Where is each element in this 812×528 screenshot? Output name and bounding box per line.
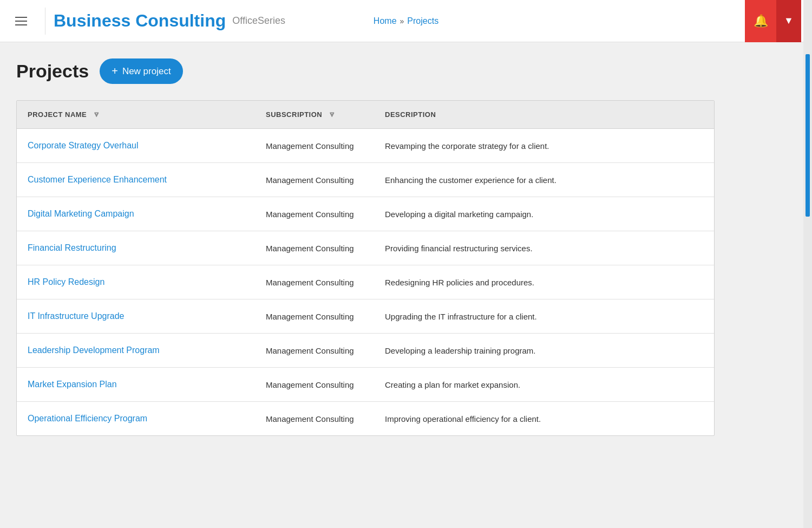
project-name-link[interactable]: Leadership Development Program — [28, 346, 160, 355]
project-name-link[interactable]: Market Expansion Plan — [28, 380, 117, 389]
description-cell: Redesigning HR policies and procedures. — [374, 265, 714, 299]
header-divider — [45, 8, 45, 35]
col-description: DESCRIPTION — [374, 101, 714, 129]
project-name-link[interactable]: Operational Efficiency Program — [28, 414, 147, 423]
subscription-cell: Management Consulting — [255, 334, 374, 368]
table-row: Operational Efficiency ProgramManagement… — [17, 402, 714, 436]
user-dropdown-button[interactable]: ▼ — [776, 0, 801, 42]
bell-button[interactable]: 🔔 — [745, 0, 776, 42]
table-row: Market Expansion PlanManagement Consulti… — [17, 368, 714, 402]
project-name-cell: Digital Marketing Campaign — [17, 197, 255, 231]
subscription-cell: Management Consulting — [255, 402, 374, 436]
subscription-cell: Management Consulting — [255, 129, 374, 163]
project-name-link[interactable]: IT Infrastructure Upgrade — [28, 311, 124, 321]
project-name-filter-icon[interactable]: ⛛ — [93, 110, 101, 119]
project-name-link[interactable]: Digital Marketing Campaign — [28, 209, 134, 218]
project-name-cell: HR Policy Redesign — [17, 265, 255, 299]
project-name-cell: Market Expansion Plan — [17, 368, 255, 402]
subscription-cell: Management Consulting — [255, 265, 374, 299]
app-title: Business Consulting — [54, 11, 226, 31]
project-name-cell: Corporate Strategy Overhaul — [17, 129, 255, 163]
table-row: Financial RestructuringManagement Consul… — [17, 231, 714, 265]
breadcrumb-separator: » — [400, 17, 404, 25]
table-row: Customer Experience EnhancementManagemen… — [17, 163, 714, 197]
description-cell: Creating a plan for market expansion. — [374, 368, 714, 402]
subscription-cell: Management Consulting — [255, 163, 374, 197]
description-cell: Improving operational efficiency for a c… — [374, 402, 714, 436]
subscription-filter-icon[interactable]: ⛛ — [329, 110, 336, 119]
col-subscription: SUBSCRIPTION ⛛ — [255, 101, 374, 129]
new-project-button[interactable]: + New project — [100, 58, 182, 84]
table-row: HR Policy RedesignManagement ConsultingR… — [17, 265, 714, 299]
project-name-link[interactable]: HR Policy Redesign — [28, 277, 104, 286]
project-name-cell: Leadership Development Program — [17, 334, 255, 368]
page-title: Projects — [16, 61, 89, 82]
main-content: Projects + New project PROJECT NAME ⛛ SU… — [0, 42, 812, 452]
project-name-cell: Financial Restructuring — [17, 231, 255, 265]
bell-icon: 🔔 — [754, 14, 768, 28]
table-row: Corporate Strategy OverhaulManagement Co… — [17, 129, 714, 163]
hamburger-button[interactable] — [11, 12, 31, 30]
col-project-name: PROJECT NAME ⛛ — [17, 101, 255, 129]
description-cell: Providing financial restructuring servic… — [374, 231, 714, 265]
project-name-cell: Customer Experience Enhancement — [17, 163, 255, 197]
description-cell: Revamping the corporate strategy for a c… — [374, 129, 714, 163]
project-name-link[interactable]: Financial Restructuring — [28, 243, 116, 252]
table-row: Leadership Development ProgramManagement… — [17, 334, 714, 368]
page-header: Projects + New project — [16, 58, 796, 84]
new-project-label: New project — [122, 66, 171, 77]
app-subtitle: OfficeSeries — [232, 15, 285, 27]
subscription-cell: Management Consulting — [255, 299, 374, 334]
breadcrumb-home[interactable]: Home — [374, 16, 397, 26]
project-name-cell: Operational Efficiency Program — [17, 402, 255, 436]
subscription-cell: Management Consulting — [255, 368, 374, 402]
description-cell: Developing a leadership training program… — [374, 334, 714, 368]
scrollbar-thumb[interactable] — [806, 54, 810, 217]
breadcrumb: Home » Projects — [374, 16, 438, 26]
breadcrumb-projects[interactable]: Projects — [407, 16, 438, 26]
projects-table-container: PROJECT NAME ⛛ SUBSCRIPTION ⛛ DESCRIPTIO… — [16, 100, 715, 436]
header: Business Consulting OfficeSeries Home » … — [0, 0, 812, 42]
project-name-link[interactable]: Corporate Strategy Overhaul — [28, 141, 139, 150]
table-row: Digital Marketing CampaignManagement Con… — [17, 197, 714, 231]
table-row: IT Infrastructure UpgradeManagement Cons… — [17, 299, 714, 334]
header-actions: 🔔 ▼ — [745, 0, 801, 42]
plus-icon: + — [112, 65, 118, 77]
projects-table: PROJECT NAME ⛛ SUBSCRIPTION ⛛ DESCRIPTIO… — [17, 101, 714, 435]
scrollbar-track[interactable] — [803, 0, 812, 528]
table-header-row: PROJECT NAME ⛛ SUBSCRIPTION ⛛ DESCRIPTIO… — [17, 101, 714, 129]
project-name-link[interactable]: Customer Experience Enhancement — [28, 175, 167, 184]
chevron-down-icon: ▼ — [784, 15, 794, 27]
description-cell: Upgrading the IT infrastructure for a cl… — [374, 299, 714, 334]
subscription-cell: Management Consulting — [255, 197, 374, 231]
subscription-cell: Management Consulting — [255, 231, 374, 265]
project-name-cell: IT Infrastructure Upgrade — [17, 299, 255, 334]
description-cell: Developing a digital marketing campaign. — [374, 197, 714, 231]
description-cell: Enhancing the customer experience for a … — [374, 163, 714, 197]
